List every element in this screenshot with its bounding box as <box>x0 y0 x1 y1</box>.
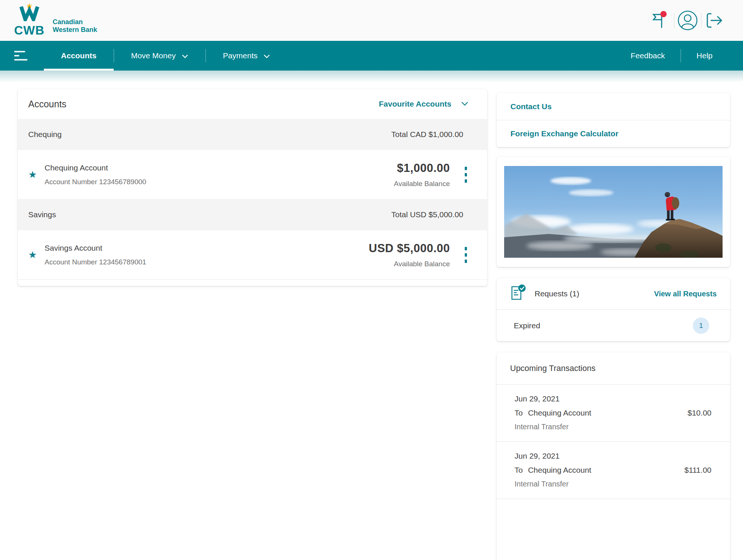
balance-label: Available Balance <box>394 180 450 188</box>
account-kebab-menu-icon[interactable] <box>463 245 468 265</box>
notifications-flag-icon[interactable] <box>647 11 674 30</box>
requests-row-expired[interactable]: Expired 1 <box>497 309 730 341</box>
account-balance: USD $5,000.00 <box>369 242 450 255</box>
cwb-crown-w-icon <box>19 3 40 23</box>
transaction-item[interactable]: Jun 29, 2021 To Chequing Account $111.00… <box>497 442 730 499</box>
transaction-date: Jun 29, 2021 <box>515 394 711 403</box>
transaction-account: Chequing Account <box>528 408 591 417</box>
transaction-date: Jun 29, 2021 <box>515 452 711 460</box>
section-total: Total USD $5,000.00 <box>391 210 463 219</box>
cwb-logo[interactable]: CWB Canadian Western Bank <box>14 3 97 38</box>
favourite-star-icon[interactable]: ★ <box>28 249 39 261</box>
account-name: Savings Account <box>45 244 146 253</box>
accounts-card: Accounts Favourite Accounts Chequing Tot… <box>18 89 487 286</box>
promo-photo-card <box>497 157 730 267</box>
favourite-accounts-dropdown[interactable]: Favourite Accounts <box>379 100 468 108</box>
section-header-savings: Savings Total USD $5,000.00 <box>18 199 487 230</box>
profile-icon[interactable] <box>674 10 701 31</box>
account-name: Chequing Account <box>45 163 146 172</box>
hiker-cliff-photo <box>504 166 723 258</box>
quick-links-card: Contact Us Foreign Exchange Calculator <box>497 93 730 147</box>
sidebar: Contact Us Foreign Exchange Calculator <box>497 71 730 560</box>
foreign-exchange-calculator-link[interactable]: Foreign Exchange Calculator <box>497 120 730 147</box>
chevron-down-icon <box>461 101 468 107</box>
nav-feedback[interactable]: Feedback <box>615 41 681 71</box>
account-row-chequing[interactable]: ★ Chequing Account Account Number 123456… <box>18 150 487 199</box>
chevron-down-icon <box>182 51 188 60</box>
upcoming-transactions-title: Upcoming Transactions <box>497 352 730 384</box>
expired-count-badge: 1 <box>693 318 709 334</box>
favourite-star-icon[interactable]: ★ <box>28 169 39 180</box>
account-number: Account Number 123456789001 <box>45 258 146 266</box>
transaction-amount: $111.00 <box>684 466 711 475</box>
nav-tab-accounts[interactable]: Accounts <box>44 41 114 71</box>
transaction-item[interactable]: Jun 29, 2021 To Chequing Account $10.00 … <box>497 384 730 442</box>
section-header-chequing: Chequing Total CAD $1,000.00 <box>18 119 487 150</box>
transaction-type: Internal Transfer <box>515 423 711 431</box>
top-header: CWB Canadian Western Bank <box>0 0 743 41</box>
transaction-amount: $10.00 <box>688 408 711 417</box>
accounts-card-title: Accounts <box>28 99 66 110</box>
nav-tab-move-money[interactable]: Move Money <box>114 41 205 71</box>
contact-us-link[interactable]: Contact Us <box>497 93 730 120</box>
account-number: Account Number 123456789000 <box>45 178 146 186</box>
transaction-account: Chequing Account <box>528 466 591 475</box>
account-kebab-menu-icon[interactable] <box>463 165 468 185</box>
requests-card: Requests (1) View all Requests Expired 1 <box>497 278 730 341</box>
nav-help[interactable]: Help <box>681 41 728 71</box>
section-total: Total CAD $1,000.00 <box>391 130 463 139</box>
account-row-savings[interactable]: ★ Savings Account Account Number 1234567… <box>18 230 487 279</box>
brand-name: Canadian Western Bank <box>53 18 97 34</box>
cwb-abbr-text: CWB <box>14 23 45 38</box>
upcoming-transactions-card: Upcoming Transactions Jun 29, 2021 To Ch… <box>497 352 730 560</box>
account-balance: $1,000.00 <box>394 162 450 175</box>
transaction-type: Internal Transfer <box>515 480 711 488</box>
menu-hamburger-icon[interactable] <box>14 41 27 71</box>
view-all-requests-link[interactable]: View all Requests <box>654 290 717 298</box>
main-nav: Accounts Move Money Payments Feedback He… <box>0 41 743 71</box>
nav-tab-payments[interactable]: Payments <box>206 41 287 71</box>
requests-title: Requests (1) <box>535 289 579 298</box>
requests-document-check-icon <box>510 284 526 303</box>
chevron-down-icon <box>263 51 270 60</box>
alert-dot <box>661 11 667 17</box>
balance-label: Available Balance <box>369 260 450 268</box>
logout-icon[interactable] <box>701 12 728 29</box>
